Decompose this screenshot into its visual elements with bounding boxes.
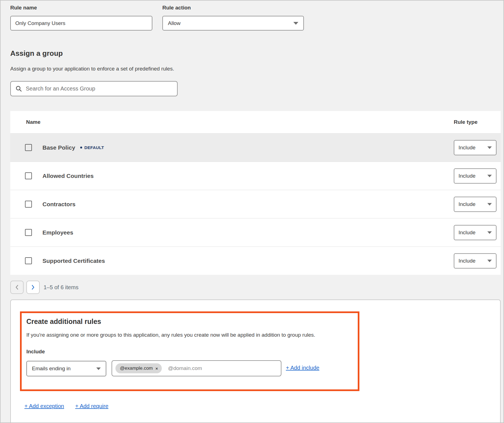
email-tag-input: @example.com × [112, 360, 281, 376]
assign-group-description: Assign a group to your application to en… [10, 66, 174, 72]
table-row: Contractors Include [10, 190, 501, 218]
table-row: Supported Certificates Include [10, 246, 501, 275]
row-name: Employees [42, 229, 73, 236]
row-checkbox[interactable] [25, 172, 32, 179]
rule-action-label: Rule action [162, 5, 191, 11]
search-input[interactable] [26, 85, 174, 92]
rule-type-column-header: Rule type [454, 119, 478, 125]
row-checkbox[interactable] [25, 229, 32, 236]
rule-name-label: Rule name [10, 5, 37, 11]
default-badge-label: DEFAULT [84, 145, 104, 150]
create-rules-description: If you're assigning one or more groups t… [26, 332, 355, 338]
prev-page-button[interactable] [10, 281, 24, 294]
include-label: Include [26, 349, 45, 355]
email-tag-label: @example.com [120, 366, 153, 371]
rule-type-select[interactable]: Include [454, 168, 497, 183]
chevron-down-icon [487, 231, 492, 234]
default-dot-icon [80, 147, 82, 148]
row-name: Contractors [42, 201, 75, 208]
rule-type-select[interactable]: Include [454, 197, 497, 212]
rule-type-value: Include [458, 173, 475, 179]
name-column-header: Name [26, 119, 41, 125]
table-row: Base Policy DEFAULT Include [10, 133, 501, 162]
chevron-down-icon [487, 203, 492, 205]
rule-type-value: Include [458, 201, 475, 207]
access-group-search [10, 81, 178, 96]
chevron-left-icon [15, 284, 19, 290]
add-exception-link[interactable]: + Add exception [24, 403, 64, 409]
rule-type-value: Include [458, 258, 475, 264]
rule-action-select[interactable]: Allow [162, 16, 304, 31]
row-checkbox[interactable] [25, 144, 32, 151]
row-name: Allowed Countries [42, 173, 94, 179]
add-require-link[interactable]: + Add require [75, 403, 109, 409]
table-row: Allowed Countries Include [10, 162, 501, 190]
additional-rules-card: Create additional rules If you're assign… [10, 299, 501, 423]
remove-tag-button[interactable]: × [155, 366, 158, 371]
rule-type-value: Include [458, 145, 475, 151]
condition-select[interactable]: Emails ending in [26, 361, 106, 376]
highlight-box: Create additional rules If you're assign… [20, 311, 359, 391]
rule-type-select[interactable]: Include [454, 225, 497, 240]
chevron-down-icon [293, 22, 298, 25]
rule-type-value: Include [458, 230, 475, 236]
next-page-button[interactable] [26, 281, 40, 294]
rule-action-value: Allow [168, 20, 180, 26]
rule-type-select[interactable]: Include [454, 253, 497, 268]
row-name: Supported Certificates [42, 258, 105, 264]
chevron-down-icon [487, 175, 492, 177]
condition-value: Emails ending in [32, 366, 70, 372]
chevron-right-icon [31, 284, 35, 290]
chevron-down-icon [96, 367, 101, 370]
access-group-table: Name Rule type Base Policy DEFAULT Inclu… [10, 111, 501, 275]
rule-type-select[interactable]: Include [454, 140, 497, 155]
pagination: 1–5 of 6 items [10, 281, 79, 294]
assign-group-heading: Assign a group [10, 49, 63, 58]
row-checkbox[interactable] [25, 201, 32, 208]
email-tag: @example.com × [115, 363, 162, 373]
row-checkbox[interactable] [25, 257, 32, 264]
table-row: Employees Include [10, 218, 501, 246]
table-header-row: Name Rule type [10, 111, 501, 133]
page: Rule name Rule action Allow Assign a gro… [0, 0, 504, 423]
pagination-label: 1–5 of 6 items [44, 284, 79, 291]
rule-name-input[interactable] [10, 16, 152, 31]
default-badge: DEFAULT [80, 145, 104, 150]
chevron-down-icon [487, 260, 492, 262]
create-rules-heading: Create additional rules [26, 318, 101, 326]
row-name: Base Policy [42, 144, 75, 151]
search-icon [16, 85, 22, 92]
chevron-down-icon [487, 146, 492, 149]
add-include-link[interactable]: + Add include [286, 365, 319, 371]
email-input[interactable] [168, 365, 278, 371]
